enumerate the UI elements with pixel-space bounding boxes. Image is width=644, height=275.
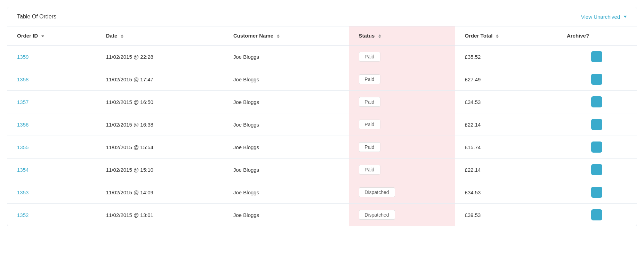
table-row: 135211/02/2015 @ 13:01Joe BloggsDispatch…: [7, 204, 637, 226]
status-badge: Paid: [359, 142, 380, 152]
order-total-cell: £34.53: [455, 91, 557, 113]
order-id-cell: 1359: [7, 45, 96, 68]
status-badge: Paid: [359, 120, 380, 129]
archive-checkbox[interactable]: [591, 187, 602, 198]
date-cell: 11/02/2015 @ 16:38: [96, 113, 224, 136]
table-header-bar: Table Of Orders View Unarchived: [7, 7, 637, 26]
view-unarchived-label: View Unarchived: [581, 14, 620, 20]
table-row: 135611/02/2015 @ 16:38Joe BloggsPaid£22.…: [7, 113, 637, 136]
col-header-date[interactable]: Date: [96, 26, 224, 45]
order-id-link[interactable]: 1353: [17, 189, 29, 195]
status-badge: Paid: [359, 165, 380, 175]
archive-cell: [557, 45, 637, 68]
archive-cell: [557, 181, 637, 204]
customer-name-cell: Joe Bloggs: [224, 204, 349, 226]
customer-name-cell: Joe Bloggs: [224, 113, 349, 136]
table-header-row: Order ID Date Customer Name: [7, 26, 637, 45]
sort-both-icon: [121, 34, 123, 38]
col-header-customer-name[interactable]: Customer Name: [224, 26, 349, 45]
order-id-cell: 1356: [7, 113, 96, 136]
sort-down-icon: [277, 37, 280, 38]
order-id-link[interactable]: 1358: [17, 76, 29, 82]
sort-down-icon: [378, 37, 381, 38]
sort-both-icon: [277, 34, 280, 38]
order-total-cell: £15.74: [455, 136, 557, 159]
status-cell: Dispatched: [349, 204, 455, 226]
order-total-cell: £22.14: [455, 159, 557, 181]
sort-down-icon: [121, 37, 123, 38]
order-id-link[interactable]: 1357: [17, 99, 29, 105]
archive-checkbox[interactable]: [591, 141, 602, 153]
sort-both-icon: [496, 34, 499, 38]
status-badge: Paid: [359, 74, 380, 84]
sort-up-icon: [378, 34, 381, 36]
order-id-cell: 1358: [7, 68, 96, 91]
status-cell: Paid: [349, 136, 455, 159]
order-id-cell: 1353: [7, 181, 96, 204]
table-title: Table Of Orders: [17, 14, 56, 20]
date-cell: 11/02/2015 @ 22:28: [96, 45, 224, 68]
archive-checkbox[interactable]: [591, 119, 602, 130]
col-header-archive: Archive?: [557, 26, 637, 45]
table-row: 135711/02/2015 @ 16:50Joe BloggsPaid£34.…: [7, 91, 637, 113]
date-cell: 11/02/2015 @ 15:10: [96, 159, 224, 181]
view-unarchived-button[interactable]: View Unarchived: [581, 14, 627, 20]
customer-name-cell: Joe Bloggs: [224, 159, 349, 181]
order-id-link[interactable]: 1352: [17, 212, 29, 218]
order-total-cell: £27.49: [455, 68, 557, 91]
status-badge: Paid: [359, 52, 380, 62]
status-cell: Paid: [349, 45, 455, 68]
order-id-cell: 1352: [7, 204, 96, 226]
archive-checkbox[interactable]: [591, 51, 602, 62]
archive-cell: [557, 91, 637, 113]
order-total-cell: £34.53: [455, 181, 557, 204]
customer-name-cell: Joe Bloggs: [224, 45, 349, 68]
order-id-link[interactable]: 1359: [17, 54, 29, 60]
status-cell: Paid: [349, 68, 455, 91]
sort-down-icon: [41, 35, 44, 37]
order-id-cell: 1355: [7, 136, 96, 159]
status-cell: Dispatched: [349, 181, 455, 204]
col-header-order-id[interactable]: Order ID: [7, 26, 96, 45]
sort-up-icon: [121, 34, 123, 36]
customer-name-cell: Joe Bloggs: [224, 181, 349, 204]
table-row: 135511/02/2015 @ 15:54Joe BloggsPaid£15.…: [7, 136, 637, 159]
table-row: 135911/02/2015 @ 22:28Joe BloggsPaid£35.…: [7, 45, 637, 68]
col-header-order-total[interactable]: Order Total: [455, 26, 557, 45]
order-total-cell: £22.14: [455, 113, 557, 136]
archive-checkbox[interactable]: [591, 74, 602, 85]
date-cell: 11/02/2015 @ 17:47: [96, 68, 224, 91]
archive-cell: [557, 68, 637, 91]
customer-name-cell: Joe Bloggs: [224, 136, 349, 159]
order-total-cell: £39.53: [455, 204, 557, 226]
customer-name-cell: Joe Bloggs: [224, 68, 349, 91]
status-badge: Dispatched: [359, 210, 395, 220]
order-id-cell: 1357: [7, 91, 96, 113]
order-id-link[interactable]: 1356: [17, 122, 29, 128]
customer-name-cell: Joe Bloggs: [224, 91, 349, 113]
date-cell: 11/02/2015 @ 16:50: [96, 91, 224, 113]
archive-checkbox[interactable]: [591, 164, 602, 175]
date-cell: 11/02/2015 @ 15:54: [96, 136, 224, 159]
order-id-link[interactable]: 1354: [17, 167, 29, 173]
archive-checkbox[interactable]: [591, 209, 602, 220]
sort-down-icon: [496, 37, 499, 38]
order-id-cell: 1354: [7, 159, 96, 181]
orders-table-container: Table Of Orders View Unarchived Order ID…: [7, 7, 637, 226]
archive-cell: [557, 159, 637, 181]
col-header-status[interactable]: Status: [349, 26, 455, 45]
archive-cell: [557, 113, 637, 136]
orders-table: Order ID Date Customer Name: [7, 26, 637, 226]
table-row: 135411/02/2015 @ 15:10Joe BloggsPaid£22.…: [7, 159, 637, 181]
status-badge: Dispatched: [359, 187, 395, 197]
sort-up-icon: [496, 34, 499, 36]
sort-both-icon: [378, 34, 381, 38]
table-row: 135311/02/2015 @ 14:09Joe BloggsDispatch…: [7, 181, 637, 204]
sort-up-icon: [277, 34, 280, 36]
table-row: 135811/02/2015 @ 17:47Joe BloggsPaid£27.…: [7, 68, 637, 91]
status-cell: Paid: [349, 113, 455, 136]
order-id-link[interactable]: 1355: [17, 144, 29, 150]
archive-checkbox[interactable]: [591, 96, 602, 107]
status-badge: Paid: [359, 97, 380, 107]
status-cell: Paid: [349, 91, 455, 113]
